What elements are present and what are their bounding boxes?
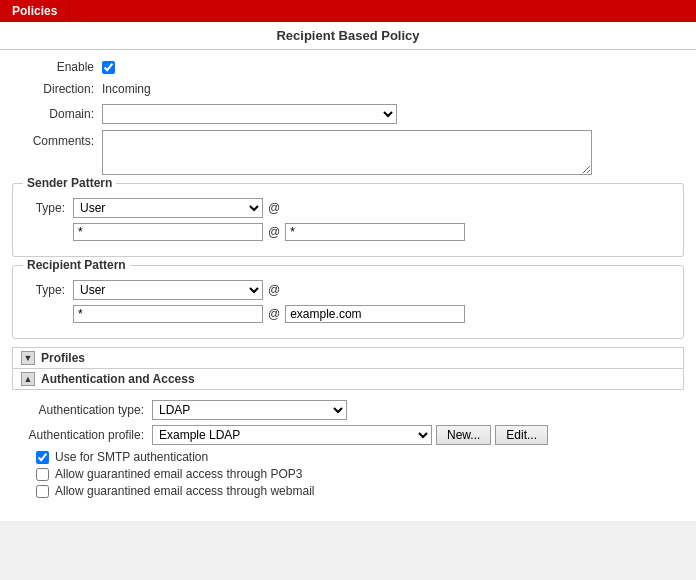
sender-at1: @: [268, 201, 280, 215]
auth-type-row: Authentication type: LDAP POP3 IMAP SMTP…: [22, 400, 674, 420]
sender-pattern-title: Sender Pattern: [23, 176, 116, 190]
smtp-label[interactable]: Use for SMTP authentication: [55, 450, 208, 464]
pop3-checkbox[interactable]: [36, 468, 49, 481]
auth-content: Authentication type: LDAP POP3 IMAP SMTP…: [12, 396, 684, 509]
direction-label: Direction:: [12, 82, 102, 96]
recipient-type-label: Type:: [23, 283, 73, 297]
sender-pattern-content: Type: User Group All @ @: [23, 198, 673, 241]
new-button[interactable]: New...: [436, 425, 491, 445]
profiles-bar: ▼ Profiles: [12, 347, 684, 369]
auth-profile-row: Authentication profile: Example LDAP New…: [22, 425, 674, 445]
domain-label: Domain:: [12, 107, 102, 121]
profiles-collapse-icon[interactable]: ▼: [21, 351, 35, 365]
sender-pattern-section: Sender Pattern Type: User Group All @ @: [12, 183, 684, 257]
recipient-user-input[interactable]: [73, 305, 263, 323]
smtp-checkbox[interactable]: [36, 451, 49, 464]
comments-label: Comments:: [12, 130, 102, 148]
auth-collapse-icon[interactable]: ▲: [21, 372, 35, 386]
smtp-checkbox-row: Use for SMTP authentication: [22, 450, 674, 464]
pop3-label[interactable]: Allow guarantined email access through P…: [55, 467, 302, 481]
webmail-checkbox[interactable]: [36, 485, 49, 498]
sender-user-input[interactable]: [73, 223, 263, 241]
webmail-checkbox-row: Allow guarantined email access through w…: [22, 484, 674, 498]
profiles-label: Profiles: [41, 351, 85, 365]
comments-row: Comments:: [12, 130, 684, 175]
page-title: Recipient Based Policy: [0, 22, 696, 50]
auth-bar: ▲ Authentication and Access: [12, 369, 684, 390]
sender-type-row: Type: User Group All @: [23, 198, 673, 218]
main-content: Enable Direction: Incoming Domain: Comme…: [0, 50, 696, 521]
auth-label: Authentication and Access: [41, 372, 195, 386]
tab-bar: Policies: [0, 0, 696, 22]
enable-label: Enable: [12, 60, 102, 74]
recipient-at1: @: [268, 283, 280, 297]
sender-domain-input[interactable]: [285, 223, 465, 241]
recipient-type-row: Type: User Group All @: [23, 280, 673, 300]
tab-policies[interactable]: Policies: [0, 1, 70, 21]
recipient-at2: @: [268, 307, 280, 321]
enable-row: Enable: [12, 58, 684, 76]
webmail-label[interactable]: Allow guarantined email access through w…: [55, 484, 314, 498]
recipient-user-row: @: [23, 305, 673, 323]
sender-type-select[interactable]: User Group All: [73, 198, 263, 218]
comments-textarea[interactable]: [102, 130, 592, 175]
recipient-pattern-content: Type: User Group All @ @: [23, 280, 673, 323]
sender-type-label: Type:: [23, 201, 73, 215]
auth-type-select[interactable]: LDAP POP3 IMAP SMTP None: [152, 400, 347, 420]
direction-value: Incoming: [102, 82, 151, 96]
recipient-domain-input[interactable]: [285, 305, 465, 323]
recipient-pattern-title: Recipient Pattern: [23, 258, 130, 272]
recipient-pattern-section: Recipient Pattern Type: User Group All @…: [12, 265, 684, 339]
domain-row: Domain:: [12, 102, 684, 126]
direction-row: Direction: Incoming: [12, 80, 684, 98]
edit-button[interactable]: Edit...: [495, 425, 548, 445]
sender-at2: @: [268, 225, 280, 239]
domain-select[interactable]: [102, 104, 397, 124]
pop3-checkbox-row: Allow guarantined email access through P…: [22, 467, 674, 481]
enable-checkbox[interactable]: [102, 61, 115, 74]
auth-profile-select[interactable]: Example LDAP: [152, 425, 432, 445]
sender-user-row: @: [23, 223, 673, 241]
auth-type-label: Authentication type:: [22, 403, 152, 417]
auth-profile-label: Authentication profile:: [22, 428, 152, 442]
recipient-type-select[interactable]: User Group All: [73, 280, 263, 300]
